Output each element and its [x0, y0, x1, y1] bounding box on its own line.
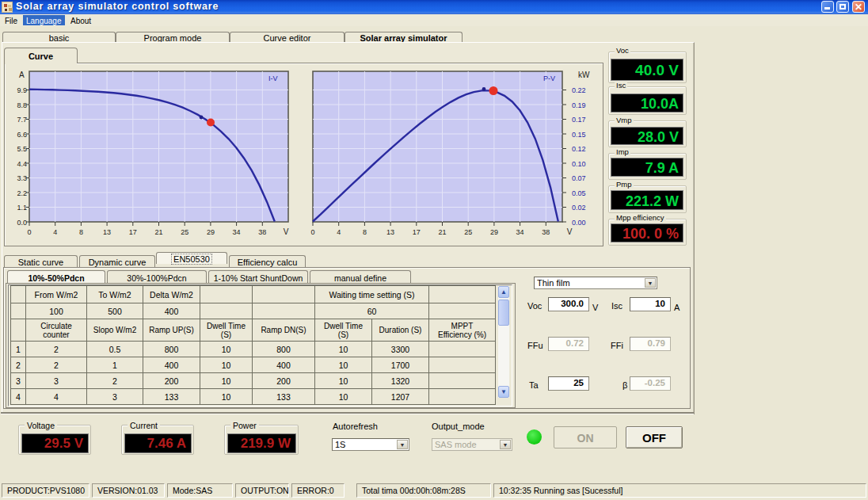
svg-text:13: 13	[103, 228, 111, 236]
svg-text:17: 17	[129, 228, 137, 236]
svg-text:29: 29	[207, 228, 215, 236]
svg-text:13: 13	[386, 228, 394, 236]
svg-text:17: 17	[413, 228, 421, 236]
svg-text:0.00: 0.00	[572, 219, 586, 227]
svg-text:4: 4	[53, 228, 57, 236]
svg-text:0: 0	[27, 228, 31, 236]
svg-text:3.3: 3.3	[17, 174, 27, 182]
svg-text:0.15: 0.15	[572, 131, 586, 139]
svg-text:8: 8	[79, 228, 83, 236]
svg-text:6.6: 6.6	[17, 131, 27, 139]
svg-text:0.02: 0.02	[572, 204, 586, 212]
svg-text:9.9: 9.9	[17, 86, 27, 94]
svg-text:I-V: I-V	[268, 74, 278, 82]
svg-text:21: 21	[154, 228, 162, 236]
svg-text:38: 38	[542, 228, 550, 236]
svg-text:0.12: 0.12	[572, 145, 586, 153]
svg-text:7.7: 7.7	[17, 116, 27, 124]
svg-text:V: V	[284, 227, 289, 236]
svg-text:0.07: 0.07	[572, 174, 586, 182]
svg-text:0.17: 0.17	[572, 116, 586, 124]
svg-text:P-V: P-V	[543, 74, 555, 82]
svg-text:25: 25	[181, 228, 188, 236]
svg-text:0.05: 0.05	[572, 189, 586, 197]
svg-text:29: 29	[490, 228, 498, 236]
svg-text:V: V	[567, 227, 573, 236]
svg-text:8: 8	[363, 228, 367, 236]
svg-text:25: 25	[464, 228, 472, 236]
svg-text:21: 21	[438, 228, 446, 236]
svg-text:0.19: 0.19	[572, 101, 586, 109]
svg-text:38: 38	[258, 228, 266, 236]
svg-text:0.0: 0.0	[17, 219, 27, 227]
svg-text:4: 4	[337, 228, 341, 236]
svg-text:0: 0	[310, 228, 314, 236]
svg-text:34: 34	[233, 228, 241, 236]
svg-text:0.10: 0.10	[572, 160, 586, 168]
svg-text:2.2: 2.2	[17, 189, 27, 197]
svg-text:4.4: 4.4	[17, 160, 27, 168]
svg-text:kW: kW	[578, 71, 590, 79]
svg-text:5.5: 5.5	[17, 145, 27, 153]
svg-text:0.22: 0.22	[572, 86, 586, 94]
svg-text:A: A	[19, 71, 25, 79]
svg-text:1.1: 1.1	[17, 204, 27, 212]
svg-text:34: 34	[516, 228, 524, 236]
svg-text:8.8: 8.8	[17, 101, 27, 109]
